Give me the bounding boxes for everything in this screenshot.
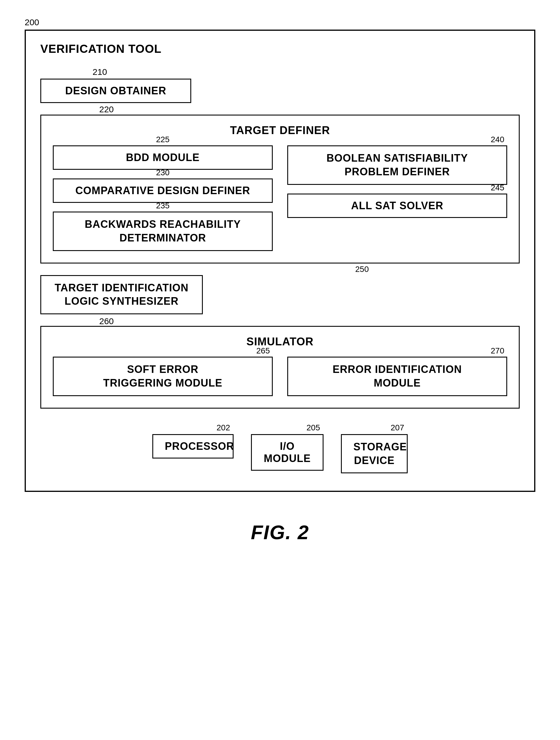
io-module-box: I/O MODULE <box>251 434 323 471</box>
ref-205: 205 <box>306 423 320 433</box>
storage-wrapper: 207 STORAGE DEVICE <box>341 423 408 474</box>
error-id-line2: MODULE <box>374 377 421 389</box>
bool-sat-line2: PROBLEM DEFINER <box>345 166 450 178</box>
design-obtainer-box: DESIGN OBTAINER <box>40 79 191 103</box>
soft-error-box: SOFT ERROR TRIGGERING MODULE <box>53 357 273 396</box>
target-definer-left: 225 BDD MODULE 230 COMPARATIVE DESIGN DE… <box>53 146 273 251</box>
bool-sat-box: BOOLEAN SATISFIABILITY PROBLEM DEFINER <box>287 146 507 185</box>
ref-265: 265 <box>256 346 270 356</box>
storage-line1: STORAGE <box>353 441 407 453</box>
simulator-label: SIMULATOR <box>53 336 507 348</box>
target-definer-box: 220 TARGET DEFINER 225 BDD MODULE 230 CO… <box>40 115 520 264</box>
ref-220: 220 <box>99 104 114 114</box>
storage-box: STORAGE DEVICE <box>341 434 408 474</box>
soft-error-line1: SOFT ERROR <box>127 363 198 375</box>
soft-error-line2: TRIGGERING MODULE <box>103 377 222 389</box>
ref-245: 245 <box>491 183 504 192</box>
processor-box: PROCESSOR <box>152 434 234 459</box>
ref-207: 207 <box>390 423 404 433</box>
all-sat-box: ALL SAT SOLVER <box>287 194 507 218</box>
backwards-wrapper: 235 BACKWARDS REACHABILITY DETERMINATOR <box>53 211 273 251</box>
diagram-container: 200 VERIFICATION TOOL 210 DESIGN OBTAINE… <box>25 17 535 492</box>
bdd-module-wrapper: 225 BDD MODULE <box>53 146 273 170</box>
figure-label: FIG. 2 <box>251 521 309 544</box>
backwards-line2: DETERMINATOR <box>119 232 206 244</box>
backwards-box: BACKWARDS REACHABILITY DETERMINATOR <box>53 211 273 251</box>
ref-210: 210 <box>93 67 107 77</box>
target-definer-label: TARGET DEFINER <box>53 124 507 137</box>
backwards-line1: BACKWARDS REACHABILITY <box>85 218 241 230</box>
simulator-box: 260 SIMULATOR 265 SOFT ERROR TRIGGERING … <box>40 326 520 408</box>
target-id-line2: LOGIC SYNTHESIZER <box>65 295 178 307</box>
outer-box: VERIFICATION TOOL 210 DESIGN OBTAINER 22… <box>25 29 535 492</box>
simulator-grid: 265 SOFT ERROR TRIGGERING MODULE 270 ERR… <box>53 357 507 396</box>
comp-design-wrapper: 230 COMPARATIVE DESIGN DEFINER <box>53 178 273 203</box>
processor-wrapper: 202 PROCESSOR <box>152 423 234 474</box>
ref-225: 225 <box>156 135 170 144</box>
bdd-module-box: BDD MODULE <box>53 146 273 170</box>
target-definer-right: 240 BOOLEAN SATISFIABILITY PROBLEM DEFIN… <box>287 146 507 251</box>
target-id-wrapper: 250 TARGET IDENTIFICATION LOGIC SYNTHESI… <box>40 275 520 314</box>
target-id-line1: TARGET IDENTIFICATION <box>55 282 189 294</box>
ref-235: 235 <box>156 201 170 210</box>
error-id-wrapper: 270 ERROR IDENTIFICATION MODULE <box>287 357 507 396</box>
comp-design-box: COMPARATIVE DESIGN DEFINER <box>53 178 273 203</box>
bool-sat-wrapper: 240 BOOLEAN SATISFIABILITY PROBLEM DEFIN… <box>287 146 507 185</box>
design-obtainer-wrapper: 210 DESIGN OBTAINER <box>40 67 520 103</box>
io-module-wrapper: 205 I/O MODULE <box>251 423 323 474</box>
ref-230: 230 <box>156 168 170 177</box>
ref-200: 200 <box>25 17 535 27</box>
ref-202: 202 <box>216 423 230 433</box>
ref-240: 240 <box>491 135 504 144</box>
ref-260: 260 <box>99 316 114 326</box>
bottom-items: 202 PROCESSOR 205 I/O MODULE 207 STORAGE… <box>40 423 520 474</box>
soft-error-wrapper: 265 SOFT ERROR TRIGGERING MODULE <box>53 357 273 396</box>
storage-line2: DEVICE <box>354 454 395 466</box>
verification-tool-label: VERIFICATION TOOL <box>40 42 520 56</box>
target-id-box: TARGET IDENTIFICATION LOGIC SYNTHESIZER <box>40 275 203 314</box>
error-id-box: ERROR IDENTIFICATION MODULE <box>287 357 507 396</box>
error-id-line1: ERROR IDENTIFICATION <box>333 363 462 375</box>
bool-sat-line1: BOOLEAN SATISFIABILITY <box>326 152 468 164</box>
target-definer-grid: 225 BDD MODULE 230 COMPARATIVE DESIGN DE… <box>53 146 507 251</box>
ref-250: 250 <box>355 265 369 274</box>
all-sat-wrapper: 245 ALL SAT SOLVER <box>287 194 507 218</box>
ref-270: 270 <box>491 346 504 356</box>
